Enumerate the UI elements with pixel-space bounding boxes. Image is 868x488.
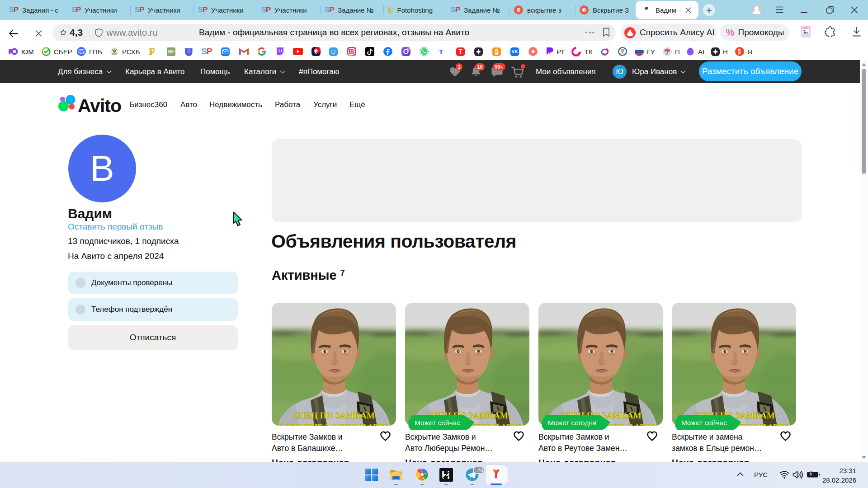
svg-text:Может сейчас: Может сейчас (681, 419, 727, 427)
svg-text:Может сегодня: Может сегодня (548, 419, 596, 427)
svg-text:Может сейчас: Может сейчас (415, 419, 460, 427)
